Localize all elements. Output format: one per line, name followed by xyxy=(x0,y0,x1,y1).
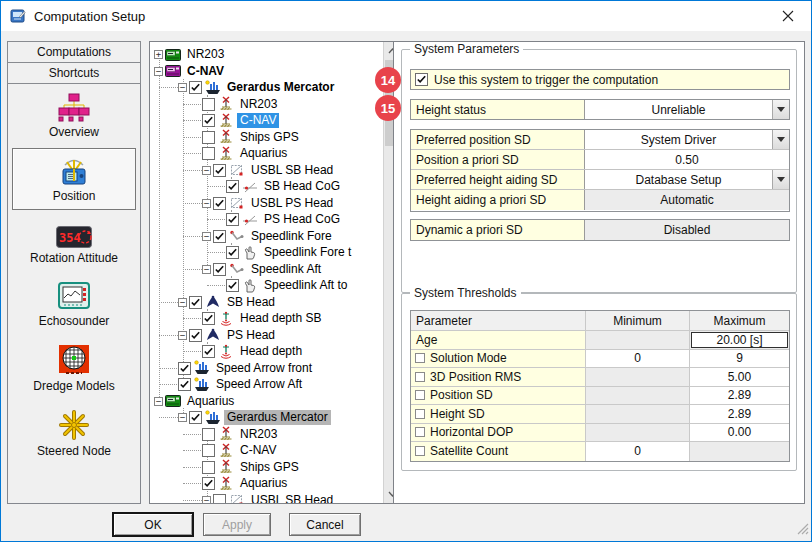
tree-node-head-depth[interactable]: Head depth xyxy=(150,343,383,360)
tree-node-label[interactable]: Speed Arrow Aft xyxy=(213,377,305,392)
collapse-icon[interactable]: − xyxy=(154,397,163,406)
tree-node-label[interactable]: USBL SB Head xyxy=(248,163,336,178)
resize-grip[interactable] xyxy=(797,521,809,539)
tree-node-speedlink-aft-to[interactable]: Speedlink Aft to xyxy=(150,277,383,294)
tree-node-checkbox[interactable] xyxy=(202,345,215,358)
tree-node-checkbox[interactable] xyxy=(189,296,202,309)
tree-node-checkbox[interactable] xyxy=(202,147,215,160)
tree-node-checkbox[interactable] xyxy=(189,329,202,342)
collapse-icon[interactable]: − xyxy=(154,67,163,76)
tree-node-checkbox[interactable] xyxy=(202,98,215,111)
tree-node-label[interactable]: Gerardus Mercator xyxy=(224,80,337,95)
tree-node-checkbox[interactable] xyxy=(226,279,239,292)
trigger-computation-checkbox[interactable] xyxy=(415,73,428,86)
tree-node-label[interactable]: Aquarius xyxy=(237,146,290,161)
collapse-icon[interactable]: − xyxy=(178,298,187,307)
param-value-position-a-priori-sd[interactable]: 0.50 xyxy=(585,150,789,169)
collapse-icon[interactable]: − xyxy=(202,265,211,274)
tree-node-speed-arrow-aft[interactable]: Speed Arrow Aft xyxy=(150,376,383,393)
tree-node-checkbox[interactable] xyxy=(202,131,215,144)
tree-node-label[interactable]: SB Head CoG xyxy=(261,179,343,194)
param-value-preferred-position-sd[interactable]: System Driver xyxy=(585,130,772,149)
tree-node-label[interactable]: NR203 xyxy=(237,97,280,112)
tree-node-c-nav[interactable]: C-NAV xyxy=(150,112,383,129)
threshold-maximum-cell[interactable]: 2.89 xyxy=(689,387,789,405)
tree-node-checkbox[interactable] xyxy=(202,428,215,441)
tree-node-checkbox[interactable] xyxy=(226,246,239,259)
tree-node-checkbox[interactable] xyxy=(213,197,226,210)
tree-node-checkbox[interactable] xyxy=(226,213,239,226)
sidebar-item-rotation-attitude[interactable]: 354Rotation Attitude xyxy=(12,222,136,268)
tree-node-usbl-ps-head[interactable]: −USBL PS Head xyxy=(150,195,383,212)
tree-node-usbl-sb-head[interactable]: −USBL SB Head xyxy=(150,162,383,179)
threshold-maximum-cell[interactable]: 2.89 xyxy=(689,405,789,423)
tree-node-label[interactable]: Speedlink Fore xyxy=(248,229,335,244)
tree-node-speedlink-aft[interactable]: −Speedlink Aft xyxy=(150,261,383,278)
apply-button[interactable]: Apply xyxy=(203,513,271,536)
tree-node-label[interactable]: C-NAV xyxy=(237,443,279,458)
tree-node-checkbox[interactable] xyxy=(213,230,226,243)
threshold-maximum-cell[interactable]: 0.00 xyxy=(689,424,789,442)
tree-node-checkbox[interactable] xyxy=(202,312,215,325)
sd-row-preferred-position-sd[interactable]: Preferred position SDSystem Driver xyxy=(411,130,789,150)
tree-node-ships-gps[interactable]: Ships GPS xyxy=(150,459,383,476)
tree-node-label[interactable]: Aquarius xyxy=(237,476,290,491)
tree-node-aquarius[interactable]: −Aquarius xyxy=(150,393,383,410)
threshold-checkbox[interactable] xyxy=(415,390,425,400)
collapse-icon[interactable]: − xyxy=(178,83,187,92)
tree-node-checkbox[interactable] xyxy=(189,81,202,94)
collapse-icon[interactable]: − xyxy=(178,413,187,422)
tree-node-label[interactable]: C-NAV xyxy=(237,113,279,128)
tree-node-speedlink-fore[interactable]: −Speedlink Fore xyxy=(150,228,383,245)
tree-node-aquarius[interactable]: Aquarius xyxy=(150,475,383,492)
tree-node-checkbox[interactable] xyxy=(202,444,215,457)
tree-node-ships-gps[interactable]: Ships GPS xyxy=(150,129,383,146)
tree-node-sb-head-cog[interactable]: SB Head CoG xyxy=(150,178,383,195)
tree-node-label[interactable]: Speedlink Fore t xyxy=(261,245,354,260)
tree-node-checkbox[interactable] xyxy=(213,164,226,177)
threshold-checkbox[interactable] xyxy=(415,427,425,437)
tree-node-label[interactable]: NR203 xyxy=(237,427,280,442)
tree-node-label[interactable]: Head depth SB xyxy=(237,311,324,326)
tree-node-label[interactable]: Gerardus Mercator xyxy=(224,410,331,425)
dropdown-arrow-icon[interactable] xyxy=(772,130,789,149)
tree-node-label[interactable]: Speedlink Aft to xyxy=(261,278,350,293)
tree-node-checkbox[interactable] xyxy=(202,477,215,490)
shortcuts-button[interactable]: Shortcuts xyxy=(7,62,141,84)
tree-node-label[interactable]: Ships GPS xyxy=(237,130,302,145)
threshold-maximum-cell[interactable]: 9 xyxy=(689,350,789,368)
cancel-button[interactable]: Cancel xyxy=(289,513,361,536)
threshold-maximum-cell[interactable]: 5.00 xyxy=(689,368,789,386)
tree-node-sb-head[interactable]: −SB Head xyxy=(150,294,383,311)
threshold-minimum-cell[interactable]: 0 xyxy=(585,350,689,368)
tree-node-label[interactable]: Head depth xyxy=(237,344,305,359)
param-value-height-status[interactable]: Unreliable xyxy=(585,100,772,119)
trigger-computation-row[interactable]: Use this system to trigger the computati… xyxy=(410,69,790,90)
sidebar-item-position[interactable]: Position xyxy=(12,148,136,210)
tree-node-label[interactable]: Aquarius xyxy=(184,394,237,409)
dropdown-arrow-icon[interactable] xyxy=(772,100,789,119)
tree-node-gerardus-mercator[interactable]: −Gerardus Mercator xyxy=(150,409,383,426)
tree-node-nr203[interactable]: NR203 xyxy=(150,426,383,443)
sidebar-item-dredge-models[interactable]: Dredge Models xyxy=(12,340,136,396)
sidebar-item-steered-node[interactable]: Steered Node xyxy=(12,408,136,458)
param-value-preferred-height-aiding-sd[interactable]: Database Setup xyxy=(585,170,772,189)
dropdown-arrow-icon[interactable] xyxy=(772,170,789,189)
tree-node-checkbox[interactable] xyxy=(178,362,191,375)
sd-row-position-a-priori-sd[interactable]: Position a priori SD0.50 xyxy=(411,150,789,170)
tree-node-checkbox[interactable] xyxy=(189,411,202,424)
tree-node-label[interactable]: Speedlink Aft xyxy=(248,262,324,277)
tree-node-label[interactable]: Ships GPS xyxy=(237,460,302,475)
tree-node-label[interactable]: PS Head CoG xyxy=(261,212,343,227)
collapse-icon[interactable]: − xyxy=(202,232,211,241)
sidebar-item-overview[interactable]: Overview xyxy=(12,90,136,140)
dynamic-sd-row[interactable]: Dynamic a priori SDDisabled xyxy=(411,220,789,240)
tree-node-gerardus-mercator[interactable]: −Gerardus Mercator xyxy=(150,79,383,96)
tree-node-checkbox[interactable] xyxy=(213,494,226,504)
tree-node-checkbox[interactable] xyxy=(202,114,215,127)
computations-button[interactable]: Computations xyxy=(7,41,141,63)
height-status-row[interactable]: Height statusUnreliable xyxy=(410,99,790,120)
threshold-checkbox[interactable] xyxy=(415,353,425,363)
tree-node-checkbox[interactable] xyxy=(226,180,239,193)
collapse-icon[interactable]: − xyxy=(202,199,211,208)
